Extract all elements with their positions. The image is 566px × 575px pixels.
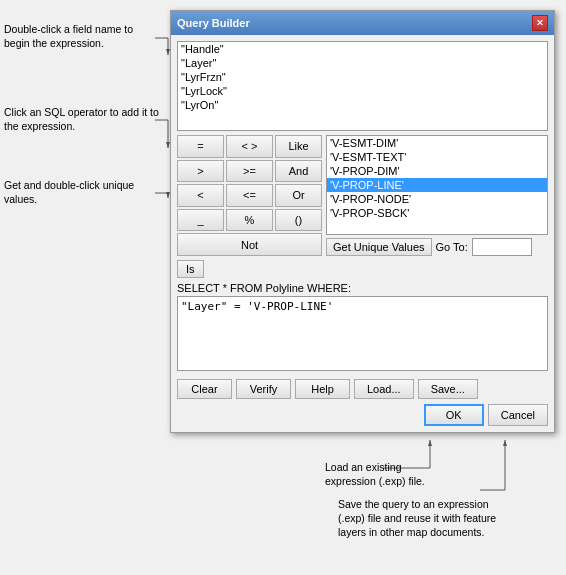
field-item-layer[interactable]: "Layer" — [178, 56, 547, 70]
field-item-lyrfrzn[interactable]: "LyrFrzn" — [178, 70, 547, 84]
help-button[interactable]: Help — [295, 379, 350, 399]
value-esmt-text[interactable]: 'V-ESMT-TEXT' — [327, 150, 547, 164]
value-prop-sbck[interactable]: 'V-PROP-SBCK' — [327, 206, 547, 220]
op-greater-equal[interactable]: >= — [226, 160, 273, 183]
field-item-handle[interactable]: "Handle" — [178, 42, 547, 56]
op-parens[interactable]: () — [275, 209, 322, 232]
ok-button[interactable]: OK — [424, 404, 484, 426]
fields-list[interactable]: "Handle" "Layer" "LyrFrzn" "LyrLock" "Ly… — [177, 41, 548, 131]
values-controls: Get Unique Values Go To: — [326, 238, 548, 256]
op-underscore[interactable]: _ — [177, 209, 224, 232]
op-not[interactable]: Not — [177, 233, 322, 256]
value-prop-dim[interactable]: 'V-PROP-DIM' — [327, 164, 547, 178]
op-equals[interactable]: = — [177, 135, 224, 158]
cancel-button[interactable]: Cancel — [488, 404, 548, 426]
query-builder-dialog: Query Builder ✕ "Handle" "Layer" "LyrFrz… — [170, 10, 555, 433]
load-button[interactable]: Load... — [354, 379, 414, 399]
values-hint-text: Get and double-click unique values. — [4, 179, 134, 205]
dialog-title: Query Builder — [177, 17, 250, 29]
close-button[interactable]: ✕ — [532, 15, 548, 31]
get-unique-values-button[interactable]: Get Unique Values — [326, 238, 432, 256]
verify-button[interactable]: Verify — [236, 379, 291, 399]
clear-button[interactable]: Clear — [177, 379, 232, 399]
operator-hint-text: Click an SQL operator to add it to the e… — [4, 106, 159, 132]
values-section: 'V-ESMT-DIM' 'V-ESMT-TEXT' 'V-PROP-DIM' … — [326, 135, 548, 256]
values-list[interactable]: 'V-ESMT-DIM' 'V-ESMT-TEXT' 'V-PROP-DIM' … — [326, 135, 548, 235]
value-prop-node[interactable]: 'V-PROP-NODE' — [327, 192, 547, 206]
save-annotation: Save the query to an expression(.exp) fi… — [338, 497, 548, 540]
value-prop-line[interactable]: 'V-PROP-LINE' — [327, 178, 547, 192]
operators-panel: = < > Like > >= And < <= Or _ % () Not — [177, 135, 322, 256]
sql-expression[interactable]: "Layer" = 'V-PROP-LINE' — [177, 296, 548, 371]
op-like[interactable]: Like — [275, 135, 322, 158]
is-row: Is — [177, 260, 548, 278]
ok-cancel-row: OK Cancel — [177, 404, 548, 426]
dialog-titlebar: Query Builder ✕ — [171, 11, 554, 35]
middle-section: = < > Like > >= And < <= Or _ % () Not '… — [177, 135, 548, 256]
op-greater[interactable]: > — [177, 160, 224, 183]
save-button[interactable]: Save... — [418, 379, 478, 399]
field-item-lyrlock[interactable]: "LyrLock" — [178, 84, 547, 98]
field-item-lyron[interactable]: "LyrOn" — [178, 98, 547, 112]
op-not-equals[interactable]: < > — [226, 135, 273, 158]
load-annotation: Load an existingexpression (.exp) file. — [325, 460, 465, 488]
dialog-content: "Handle" "Layer" "LyrFrzn" "LyrLock" "Ly… — [171, 35, 554, 432]
op-percent[interactable]: % — [226, 209, 273, 232]
field-hint-text: Double-click a field name to begin the e… — [4, 23, 133, 49]
op-less-equal[interactable]: <= — [226, 184, 273, 207]
field-annotation: Double-click a field name to begin the e… — [4, 22, 159, 50]
op-or[interactable]: Or — [275, 184, 322, 207]
is-button[interactable]: Is — [177, 260, 204, 278]
bottom-buttons: Clear Verify Help Load... Save... — [177, 379, 548, 399]
go-to-label: Go To: — [436, 241, 468, 253]
op-less[interactable]: < — [177, 184, 224, 207]
values-annotation: Get and double-click unique values. — [4, 178, 159, 206]
operator-annotation: Click an SQL operator to add it to the e… — [4, 105, 159, 133]
sql-label: SELECT * FROM Polyline WHERE: — [177, 282, 548, 294]
value-esmt-dim[interactable]: 'V-ESMT-DIM' — [327, 136, 547, 150]
op-and[interactable]: And — [275, 160, 322, 183]
go-to-input[interactable] — [472, 238, 532, 256]
